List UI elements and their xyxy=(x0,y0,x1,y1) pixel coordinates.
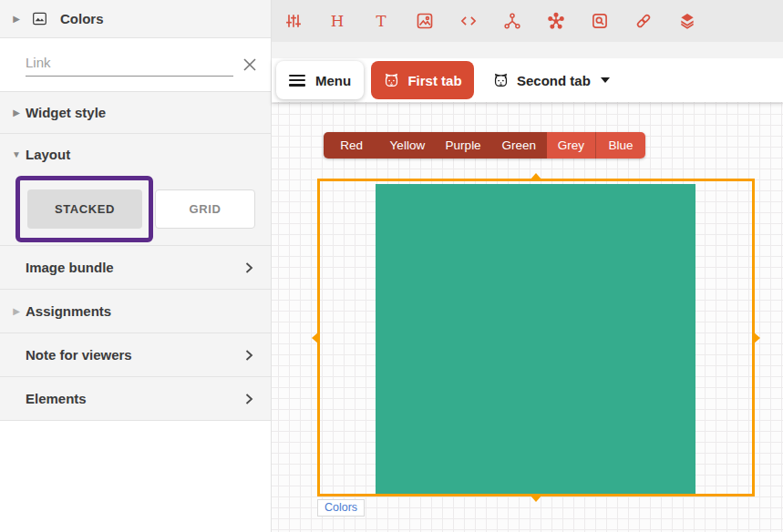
color-tabs-inactive-group: Red Yellow Purple Green xyxy=(324,132,547,159)
widget-toolbar: H T xyxy=(272,0,783,42)
layout-grid-button[interactable]: GRID xyxy=(155,189,255,229)
sidebar-item-elements[interactable]: Elements xyxy=(0,377,271,421)
widget-name-tag[interactable]: Colors xyxy=(317,499,365,517)
color-tab-red[interactable]: Red xyxy=(324,132,379,159)
assignments-label: Assignments xyxy=(26,303,111,319)
color-tab-green[interactable]: Green xyxy=(491,132,547,159)
note-for-viewers-label: Note for viewers xyxy=(0,347,132,363)
layout-label: Layout xyxy=(26,147,70,162)
layers-icon[interactable] xyxy=(678,12,696,30)
hub-icon[interactable] xyxy=(547,12,565,30)
hamburger-icon xyxy=(289,75,305,87)
image-bundle-label: Image bundle xyxy=(0,260,114,275)
link-input[interactable] xyxy=(26,51,233,77)
tab-second[interactable]: Second tab xyxy=(487,61,615,99)
tab-second-label: Second tab xyxy=(517,73,591,88)
link-input-row xyxy=(0,38,271,92)
toolbar-gap xyxy=(272,42,783,58)
image-widget-icon xyxy=(32,12,47,26)
code-icon[interactable] xyxy=(459,12,478,30)
chevron-right-icon xyxy=(242,261,256,275)
color-tabs-widget: Red Yellow Purple Green Grey Blue xyxy=(324,132,645,159)
collapse-arrow-icon: ▶ xyxy=(7,107,26,118)
chevron-right-icon xyxy=(242,348,256,363)
color-tab-purple[interactable]: Purple xyxy=(436,132,491,159)
resize-handle-right[interactable] xyxy=(753,332,760,344)
clear-link-icon[interactable] xyxy=(242,56,258,73)
sidebar-item-layout[interactable]: ▼ Layout xyxy=(0,134,271,162)
color-tab-yellow[interactable]: Yellow xyxy=(379,132,435,159)
collapse-arrow-icon: ▶ xyxy=(7,306,26,316)
sidebar-item-widget-style[interactable]: ▶ Widget style xyxy=(0,92,271,134)
resize-handle-bottom[interactable] xyxy=(530,495,542,502)
sidebar-header-label: Colors xyxy=(60,11,104,26)
sidebar-item-note-for-viewers[interactable]: Note for viewers xyxy=(0,333,271,377)
image-icon[interactable] xyxy=(416,12,434,30)
sidebar: ▶ Colors ▶ Widget style ▼ Layout STACKED… xyxy=(0,0,272,532)
teal-color-block[interactable] xyxy=(376,184,695,494)
sidebar-header-colors[interactable]: ▶ Colors xyxy=(0,0,271,38)
tune-icon[interactable] xyxy=(284,12,303,30)
search-icon[interactable] xyxy=(591,12,609,30)
tab-menu-bar: Menu First tab Second tab xyxy=(272,58,783,102)
resize-handle-top[interactable] xyxy=(530,173,542,180)
widget-style-label: Widget style xyxy=(26,105,106,120)
menu-button-label: Menu xyxy=(315,73,351,88)
annotation-highlight-box xyxy=(15,176,153,242)
design-canvas: Red Yellow Purple Green Grey Blue Colors xyxy=(272,102,783,532)
tab-first[interactable]: First tab xyxy=(371,61,474,99)
heading-icon[interactable]: H xyxy=(328,12,346,30)
text-icon[interactable]: T xyxy=(372,12,390,30)
share-icon[interactable] xyxy=(503,12,521,30)
elements-label: Elements xyxy=(0,391,87,406)
svg-text:H: H xyxy=(331,13,345,30)
app-window: ▶ Colors ▶ Widget style ▼ Layout STACKED… xyxy=(0,0,783,532)
dropdown-caret-icon xyxy=(601,77,610,83)
resize-handle-left[interactable] xyxy=(312,332,319,344)
svg-text:T: T xyxy=(376,13,386,30)
color-tab-blue[interactable]: Blue xyxy=(596,132,645,159)
dog-icon xyxy=(492,72,510,89)
expand-arrow-icon: ▼ xyxy=(7,149,26,159)
tab-first-label: First tab xyxy=(407,73,461,88)
widget-selection-box[interactable]: Colors xyxy=(317,179,755,496)
color-tab-grey[interactable]: Grey xyxy=(547,132,596,159)
sidebar-item-image-bundle[interactable]: Image bundle xyxy=(0,246,271,290)
menu-button[interactable]: Menu xyxy=(276,61,364,99)
collapse-arrow-icon: ▶ xyxy=(7,14,26,24)
sidebar-item-assignments[interactable]: ▶ Assignments xyxy=(0,290,271,333)
sidebar-section-layout: ▼ Layout STACKED GRID xyxy=(0,134,271,246)
chevron-right-icon xyxy=(242,392,256,406)
link-icon[interactable] xyxy=(634,12,653,30)
dog-icon xyxy=(383,72,400,89)
